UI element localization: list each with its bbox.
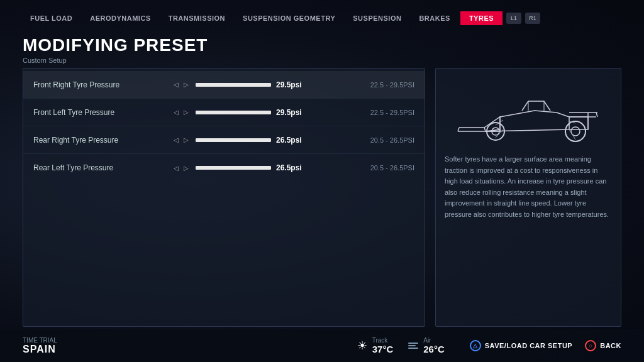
setting-controls-rear-right: ◁ ▷ 26.5psi 20.5 - 26.5PSI	[172, 136, 414, 145]
arrow-left-front-left[interactable]: ◁	[172, 108, 180, 117]
slider-fill-rear-left	[196, 166, 271, 170]
slider-rear-right	[196, 138, 271, 142]
back-button[interactable]: ○ BACK	[585, 340, 621, 351]
info-description: Softer tyres have a larger surface area …	[445, 154, 612, 221]
bottom-bar: Time Trial SPAIN ☀ Track 37°C Air 26°C △	[0, 329, 644, 362]
arrow-right-front-left[interactable]: ▷	[182, 108, 191, 117]
air-value: 26°C	[423, 344, 445, 354]
session-name: SPAIN	[23, 344, 57, 355]
session-type: Time Trial	[23, 337, 57, 344]
setting-controls-front-right: ◁ ▷ 29.5psi 22.5 - 29.5PSI	[172, 80, 414, 89]
tab-fuel-load[interactable]: FUEL LOAD	[23, 11, 80, 25]
arrow-right-front-right[interactable]: ▷	[182, 80, 191, 89]
svg-line-8	[596, 112, 597, 117]
tab-suspension[interactable]: SUSPENSION	[345, 11, 409, 25]
setting-label-rear-right: Rear Right Tyre Pressure	[33, 136, 172, 145]
air-icon	[408, 343, 418, 349]
setting-label-front-right: Front Right Tyre Pressure	[33, 80, 172, 89]
table-row: Front Right Tyre Pressure ◁ ▷ 29.5psi 22…	[23, 71, 425, 99]
table-row: Rear Right Tyre Pressure ◁ ▷ 26.5psi 20.…	[23, 126, 425, 154]
tab-brakes[interactable]: BRAKES	[411, 11, 457, 25]
arrow-right-rear-left[interactable]: ▷	[182, 163, 191, 172]
svg-point-12	[565, 121, 586, 141]
bottom-actions: △ SAVE/LOAD CAR SETUP ○ BACK	[470, 340, 621, 351]
value-front-right: 29.5psi	[276, 80, 314, 89]
slider-fill-front-right	[196, 83, 271, 87]
page-subtitle: Custom Setup	[23, 57, 208, 64]
settings-panel: Front Right Tyre Pressure ◁ ▷ 29.5psi 22…	[23, 68, 425, 327]
table-row: Rear Left Tyre Pressure ◁ ▷ 26.5psi 20.5…	[23, 154, 425, 182]
track-weather-data: Track 37°C	[372, 337, 394, 354]
setting-controls-rear-left: ◁ ▷ 26.5psi 20.5 - 26.5PSI	[172, 163, 414, 172]
tab-suspension-geometry[interactable]: SUSPENSION GEOMETRY	[235, 11, 343, 25]
triangle-icon: △	[470, 340, 481, 351]
arrows-rear-right: ◁ ▷	[172, 136, 191, 145]
svg-line-1	[458, 128, 459, 131]
back-label: BACK	[600, 342, 621, 349]
setting-label-rear-left: Rear Left Tyre Pressure	[33, 163, 172, 172]
range-rear-right: 20.5 - 26.5PSI	[370, 136, 414, 144]
tab-aerodynamics[interactable]: AERODYNAMICS	[82, 11, 158, 25]
controller-l1-button[interactable]: L1	[506, 13, 521, 24]
arrow-left-rear-right[interactable]: ◁	[172, 136, 180, 145]
main-content: Front Right Tyre Pressure ◁ ▷ 29.5psi 22…	[23, 68, 621, 327]
info-panel: Softer tyres have a larger surface area …	[435, 68, 621, 327]
arrow-left-rear-left[interactable]: ◁	[172, 163, 180, 172]
slider-front-left	[196, 111, 271, 114]
slider-fill-rear-right	[196, 138, 271, 142]
tab-tyres[interactable]: TYRES	[460, 11, 502, 25]
value-rear-left: 26.5psi	[276, 163, 314, 172]
circle-icon: ○	[585, 340, 596, 351]
save-load-button[interactable]: △ SAVE/LOAD CAR SETUP	[470, 340, 572, 351]
table-row: Front Left Tyre Pressure ◁ ▷ 29.5psi 22.…	[23, 99, 425, 126]
car-illustration	[445, 77, 612, 146]
session-info: Time Trial SPAIN	[23, 337, 57, 355]
arrow-left-front-right[interactable]: ◁	[172, 80, 180, 89]
arrows-front-left: ◁ ▷	[172, 108, 191, 117]
arrows-rear-left: ◁ ▷	[172, 163, 191, 172]
air-label: Air	[423, 337, 445, 344]
value-rear-right: 26.5psi	[276, 136, 314, 145]
svg-line-17	[569, 129, 575, 140]
arrow-right-rear-right[interactable]: ▷	[182, 136, 191, 145]
sun-icon: ☀	[357, 339, 367, 353]
weather-info: ☀ Track 37°C Air 26°C	[357, 337, 445, 354]
range-rear-left: 20.5 - 26.5PSI	[370, 164, 414, 172]
page-title: MODIFYING PRESET	[23, 35, 208, 55]
range-front-right: 22.5 - 29.5PSI	[370, 81, 414, 89]
slider-front-right	[196, 83, 271, 87]
save-load-label: SAVE/LOAD CAR SETUP	[485, 342, 572, 349]
svg-line-3	[484, 128, 486, 131]
tab-transmission[interactable]: TRANSMISSION	[161, 11, 233, 25]
slider-rear-left	[196, 166, 271, 170]
track-label: Track	[372, 337, 394, 344]
slider-fill-front-left	[196, 111, 271, 114]
track-value: 37°C	[372, 344, 394, 354]
setting-label-front-left: Front Left Tyre Pressure	[33, 108, 172, 117]
range-front-left: 22.5 - 29.5PSI	[370, 109, 414, 116]
car-svg	[453, 82, 604, 142]
track-weather: ☀ Track 37°C	[357, 337, 394, 354]
value-front-left: 29.5psi	[276, 108, 314, 117]
arrows-front-right: ◁ ▷	[172, 80, 191, 89]
nav-tabs: FUEL LOAD AERODYNAMICS TRANSMISSION SUSP…	[23, 11, 540, 25]
page-title-area: MODIFYING PRESET Custom Setup	[23, 35, 208, 64]
controller-r1-button[interactable]: R1	[525, 13, 540, 24]
setting-controls-front-left: ◁ ▷ 29.5psi 22.5 - 29.5PSI	[172, 108, 414, 117]
air-weather-data: Air 26°C	[423, 337, 445, 354]
air-weather: Air 26°C	[408, 337, 445, 354]
